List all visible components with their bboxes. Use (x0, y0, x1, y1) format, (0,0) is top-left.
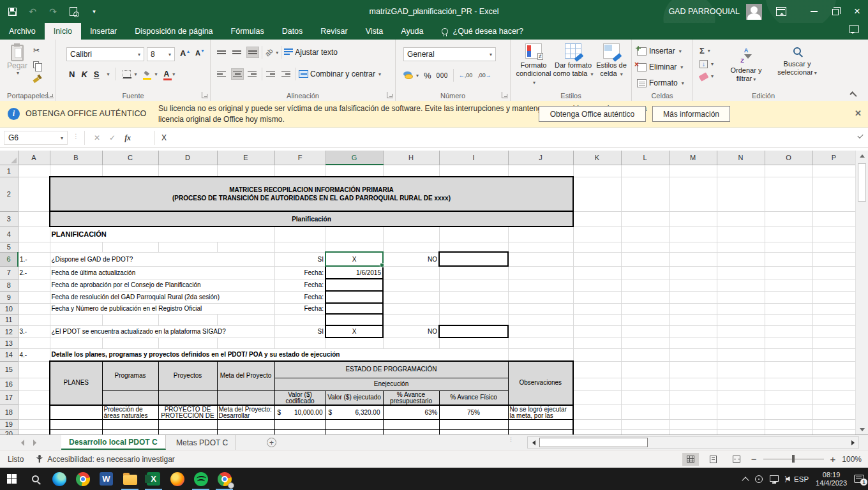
column-header[interactable]: H (383, 151, 439, 165)
cell[interactable] (812, 429, 855, 434)
cell[interactable] (508, 242, 573, 252)
cell[interactable] (439, 291, 508, 303)
cell[interactable] (508, 279, 573, 291)
volume-button[interactable]: ) (786, 475, 787, 482)
cell[interactable] (765, 390, 812, 405)
cell[interactable] (18, 314, 50, 325)
cell[interactable] (326, 226, 383, 242)
cell[interactable] (765, 325, 812, 338)
cell[interactable] (717, 177, 765, 211)
cell[interactable] (383, 338, 439, 348)
table-cell-observacion[interactable]: No se logró ejecutar la meta, por las (508, 405, 573, 420)
row-header[interactable]: 8 (0, 279, 18, 291)
question-number-cell[interactable]: 2.- (18, 266, 50, 279)
insert-function-button[interactable]: fx (124, 133, 131, 143)
sheet-tab[interactable]: Metas PDOT C (168, 435, 236, 450)
cell[interactable] (717, 338, 765, 348)
cell[interactable] (765, 303, 812, 314)
selected-cell-g6[interactable]: X (326, 252, 383, 266)
vertical-scrollbar[interactable] (855, 151, 868, 434)
cell[interactable] (102, 338, 158, 348)
dialog-launcher-icon[interactable] (202, 92, 208, 98)
close-button[interactable]: × (846, 0, 868, 23)
cell[interactable] (326, 242, 383, 252)
align-center-button[interactable] (231, 68, 244, 80)
align-top-button[interactable] (216, 47, 228, 58)
column-header[interactable]: F (274, 151, 326, 165)
cell[interactable] (573, 177, 621, 211)
cell[interactable] (217, 242, 274, 252)
cell[interactable] (717, 211, 765, 226)
column-header[interactable]: I (439, 151, 508, 165)
cell[interactable] (383, 226, 439, 242)
column-header[interactable]: J (508, 151, 573, 165)
tab-vista[interactable]: Vista (357, 23, 393, 40)
cell[interactable] (573, 348, 621, 361)
cell[interactable] (669, 303, 717, 314)
cell[interactable] (812, 242, 855, 252)
cut-button[interactable]: ✂ (33, 46, 43, 55)
fill-color-button[interactable]: ▾ (143, 71, 157, 77)
cell[interactable] (383, 303, 439, 314)
cell[interactable] (383, 242, 439, 252)
row-header-selected[interactable]: 6 (0, 252, 18, 266)
cell-styles-button[interactable]: Estilos de celda ▾ (591, 43, 632, 78)
cell[interactable] (669, 338, 717, 348)
cell[interactable] (326, 429, 383, 434)
cell[interactable] (158, 242, 217, 252)
font-color-button[interactable]: A▾ (164, 70, 176, 78)
column-header[interactable]: K (573, 151, 621, 165)
vertical-scroll-thumb[interactable] (858, 163, 866, 202)
cell[interactable] (383, 266, 439, 279)
cell[interactable] (621, 429, 669, 434)
select-all-corner[interactable] (0, 151, 18, 165)
taskbar-search-button[interactable] (24, 468, 47, 490)
cell[interactable] (765, 279, 812, 291)
underline-button[interactable]: S (94, 70, 100, 79)
row-header[interactable]: 9 (0, 291, 18, 303)
cancel-button[interactable]: ✕ (94, 133, 100, 142)
start-button[interactable] (0, 468, 24, 490)
cell[interactable] (669, 226, 717, 242)
cell[interactable] (669, 390, 717, 405)
cell[interactable] (669, 165, 717, 177)
fecha-label-cell[interactable]: Fecha: (274, 266, 326, 279)
cell[interactable] (18, 303, 50, 314)
cell[interactable] (274, 314, 326, 325)
column-header[interactable]: A (18, 151, 50, 165)
cell[interactable] (573, 303, 621, 314)
cell[interactable] (765, 226, 812, 242)
question-text-cell[interactable]: Fecha de aprobación por el Consejo de Pl… (50, 279, 274, 291)
cell[interactable] (573, 279, 621, 291)
cell[interactable] (717, 291, 765, 303)
decrease-decimal-button[interactable]: ,00→ (477, 72, 491, 78)
row-header[interactable]: 12 (0, 325, 18, 338)
tab-datos[interactable]: Datos (273, 23, 312, 40)
cell[interactable] (18, 177, 50, 211)
avatar[interactable] (746, 4, 762, 20)
si-answer-box[interactable]: X (326, 325, 383, 338)
normal-view-button[interactable] (682, 453, 699, 466)
row-header[interactable]: 14 (0, 348, 18, 361)
cell[interactable] (508, 165, 573, 177)
wrap-text-button[interactable]: Ajustar texto (284, 48, 338, 57)
cell[interactable] (812, 211, 855, 226)
cell[interactable] (274, 429, 326, 434)
enter-button[interactable]: ✓ (109, 133, 116, 142)
tab-insertar[interactable]: Insertar (81, 23, 126, 40)
cell[interactable] (621, 303, 669, 314)
table-cell-avance-fisico[interactable]: 75% (439, 405, 508, 420)
cell[interactable] (812, 390, 855, 405)
cell[interactable] (621, 314, 669, 325)
language-indicator[interactable]: ESP (794, 475, 809, 483)
zoom-level[interactable]: 100% (842, 455, 862, 464)
worksheet-grid[interactable]: A B C D E F G H I J K L M N O P 1 2 (0, 151, 855, 434)
cell[interactable] (621, 325, 669, 338)
sheet-nav-right-icon[interactable] (33, 440, 40, 446)
cell[interactable] (765, 314, 812, 325)
fecha-value-cell[interactable]: 1/6/2015 (326, 266, 383, 279)
cell[interactable] (274, 226, 326, 242)
cell[interactable] (18, 226, 50, 242)
cell[interactable] (573, 390, 621, 405)
cell[interactable] (18, 279, 50, 291)
